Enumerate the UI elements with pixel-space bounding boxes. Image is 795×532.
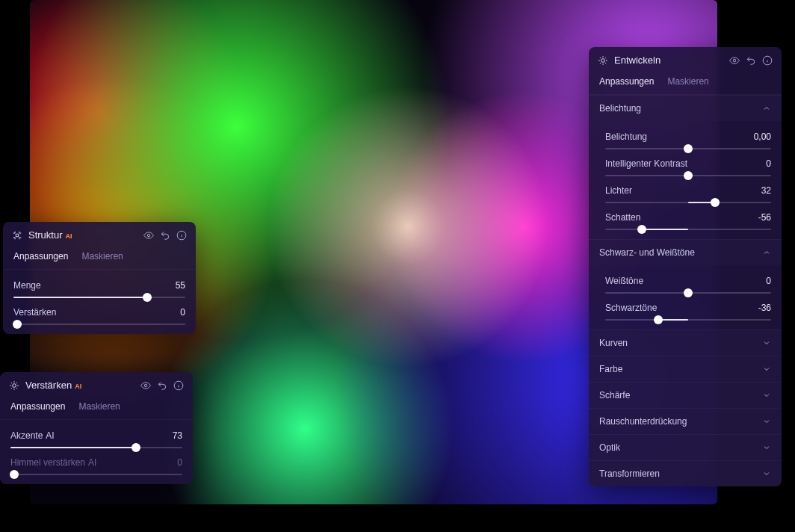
eye-icon[interactable] — [729, 55, 740, 66]
chevron-down-icon — [762, 469, 771, 478]
slider-track[interactable] — [10, 447, 182, 448]
slider-value: 0,00 — [754, 132, 771, 142]
chevron-down-icon — [762, 365, 771, 374]
tab-masking[interactable]: Maskieren — [667, 76, 708, 87]
slider-value: 0 — [766, 158, 771, 169]
section-rausch[interactable]: Rauschunterdrückung — [589, 408, 782, 434]
svg-point-2 — [13, 383, 16, 387]
slider-label: Menge — [13, 280, 41, 291]
chevron-down-icon — [762, 338, 771, 347]
slider-verstaerken[interactable]: Verstärken0 — [13, 298, 185, 325]
slider-track[interactable] — [605, 319, 771, 321]
slider-thumb[interactable] — [684, 144, 693, 153]
slider-label: Schwarztöne — [605, 303, 657, 313]
panel-title: StrukturAI — [28, 229, 137, 241]
tab-adjustments[interactable]: Anpassungen — [10, 401, 65, 412]
slider-menge[interactable]: Menge55 — [13, 271, 185, 298]
slider-thumb[interactable] — [684, 171, 693, 180]
structure-icon — [12, 230, 22, 241]
section-belichtung[interactable]: Belichtung — [589, 95, 782, 121]
section-farbe[interactable]: Farbe — [589, 356, 782, 382]
slider-lichter[interactable]: Lichter32 — [599, 176, 771, 203]
section-body: Weißtöne0 Schwarztöne-36 — [589, 265, 782, 330]
ai-badge: AI — [46, 430, 54, 441]
info-icon[interactable] — [762, 55, 773, 66]
slider-label: Weißtöne — [605, 276, 643, 286]
section-label: Schwarz- und Weißtöne — [599, 247, 695, 258]
tabs: Anpassungen Maskieren — [589, 72, 782, 95]
slider-label: Himmel verstärkenAI — [10, 457, 96, 468]
svg-point-6 — [733, 59, 736, 62]
slider-thumb[interactable] — [143, 293, 152, 302]
svg-point-0 — [147, 234, 150, 237]
tab-adjustments[interactable]: Anpassungen — [13, 251, 68, 262]
section-label: Farbe — [599, 364, 622, 374]
section-transform[interactable]: Transformieren — [589, 460, 782, 486]
chevron-down-icon — [762, 417, 771, 426]
ai-badge: AI — [88, 457, 96, 468]
slider-thumb[interactable] — [711, 198, 720, 207]
slider-thumb[interactable] — [10, 470, 19, 479]
slider-track[interactable] — [605, 175, 771, 176]
slider-track[interactable] — [605, 202, 771, 203]
slider-track[interactable] — [605, 148, 771, 149]
eye-icon[interactable] — [143, 230, 154, 241]
chevron-down-icon — [762, 391, 771, 400]
slider-label: AkzenteAI — [10, 430, 55, 441]
ai-badge: AI — [75, 383, 81, 390]
section-schaerfe[interactable]: Schärfe — [589, 382, 782, 408]
panel-header: Entwickeln — [589, 47, 782, 72]
slider-thumb[interactable] — [132, 443, 140, 452]
info-icon[interactable] — [176, 230, 187, 241]
undo-icon[interactable] — [746, 55, 756, 66]
svg-point-3 — [144, 384, 147, 387]
tab-masking[interactable]: Maskieren — [78, 401, 120, 412]
slider-thumb[interactable] — [13, 320, 22, 329]
slider-label: Intelligenter Kontrast — [605, 158, 687, 169]
section-label: Rauschunterdrückung — [599, 416, 687, 427]
slider-himmel[interactable]: Himmel verstärkenAI0 — [10, 448, 182, 475]
slider-value: 55 — [176, 280, 185, 291]
slider-label: Lichter — [605, 185, 632, 196]
tab-adjustments[interactable]: Anpassungen — [599, 76, 654, 87]
tabs: Anpassungen Maskieren — [0, 397, 193, 420]
section-label: Kurven — [599, 338, 628, 348]
slider-weisstoene[interactable]: Weißtöne0 — [599, 267, 771, 294]
slider-value: 0 — [177, 457, 182, 468]
eye-icon[interactable] — [140, 380, 151, 391]
slider-thumb[interactable] — [684, 288, 693, 297]
slider-schwarztoene[interactable]: Schwarztöne-36 — [599, 294, 771, 321]
panel-entwickeln: Entwickeln Anpassungen Maskieren Belicht… — [589, 47, 782, 486]
chevron-up-icon — [762, 248, 771, 257]
slider-track[interactable] — [10, 474, 182, 475]
develop-icon — [598, 55, 608, 66]
slider-track[interactable] — [13, 324, 185, 325]
slider-schatten[interactable]: Schatten-56 — [599, 203, 771, 230]
section-body: Belichtung0,00 Intelligenter Kontrast0 L… — [589, 121, 782, 239]
undo-icon[interactable] — [157, 380, 167, 391]
slider-belichtung[interactable]: Belichtung0,00 — [599, 123, 771, 149]
panel-struktur: StrukturAI Anpassungen Maskieren Menge55… — [3, 222, 196, 334]
slider-value: 73 — [173, 430, 182, 441]
slider-kontrast[interactable]: Intelligenter Kontrast0 — [599, 149, 771, 176]
section-label: Optik — [599, 442, 620, 453]
slider-label: Verstärken — [13, 307, 56, 318]
panel-body: AkzenteAI73 Himmel verstärkenAI0 — [0, 420, 193, 484]
slider-thumb[interactable] — [637, 225, 646, 234]
panel-title: VerstärkenAI — [25, 380, 134, 391]
slider-value: -56 — [758, 212, 771, 223]
slider-label: Belichtung — [605, 132, 647, 142]
slider-thumb[interactable] — [654, 315, 663, 324]
section-bw[interactable]: Schwarz- und Weißtöne — [589, 239, 782, 265]
info-icon[interactable] — [173, 380, 184, 391]
slider-track[interactable] — [605, 229, 771, 230]
panel-verstaerken: VerstärkenAI Anpassungen Maskieren Akzen… — [0, 372, 193, 484]
tab-masking[interactable]: Maskieren — [81, 251, 123, 262]
slider-akzente[interactable]: AkzenteAI73 — [10, 421, 182, 448]
slider-track[interactable] — [605, 292, 771, 294]
section-kurven[interactable]: Kurven — [589, 330, 782, 356]
slider-track[interactable] — [13, 297, 185, 298]
undo-icon[interactable] — [160, 230, 170, 241]
section-optik[interactable]: Optik — [589, 434, 782, 460]
enhance-icon — [9, 380, 19, 391]
